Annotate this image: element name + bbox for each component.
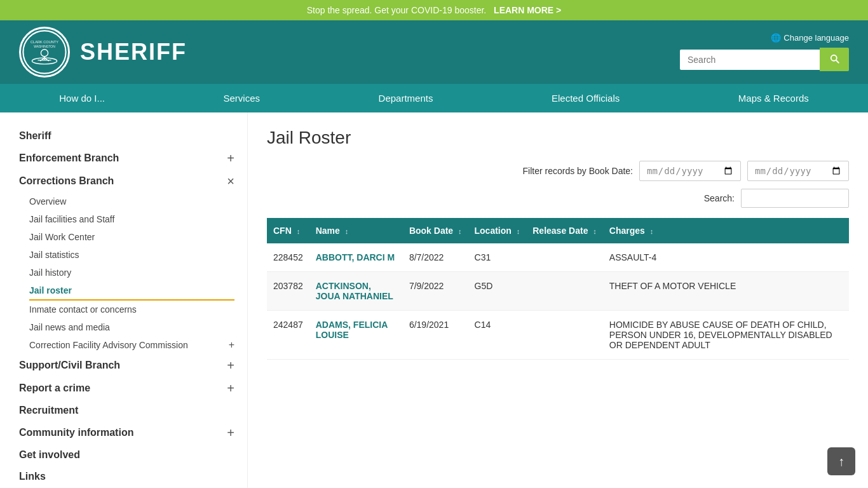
- change-language-label: Change language: [783, 33, 849, 43]
- sort-release-date-icon: ↕: [593, 227, 597, 235]
- sidebar-enforcement-label: Enforcement Branch: [19, 152, 119, 164]
- sort-book-date-icon: ↕: [458, 227, 462, 235]
- table-row: 242487ADAMS, FELICIA LOUISE6/19/2021C14H…: [267, 311, 849, 360]
- sidebar-report-label: Report a crime: [19, 383, 90, 394]
- page-title: Jail Roster: [267, 128, 849, 148]
- cell-name: ABBOTT, DARCI M: [309, 243, 403, 272]
- col-location[interactable]: Location ↕: [468, 218, 527, 243]
- cell-location: G5D: [468, 272, 527, 311]
- cell-charges: THEFT OF A MOTOR VEHICLE: [603, 272, 849, 311]
- sheriff-title: SHERIFF: [80, 39, 187, 65]
- covid-banner: Stop the spread. Get your COVID-19 boost…: [0, 0, 868, 20]
- covid-message: Stop the spread. Get your COVID-19 boost…: [307, 5, 486, 15]
- sidebar: Sheriff Enforcement Branch + Corrections…: [0, 112, 248, 488]
- sidebar-sub-facilities[interactable]: Jail facilities and Staff: [29, 210, 234, 228]
- header: CLARK COUNTY WASHINGTON SHERIFF 🌐 Change…: [0, 20, 868, 84]
- cell-release-date: [526, 243, 603, 272]
- col-charges[interactable]: Charges ↕: [603, 218, 849, 243]
- cell-cfn: 203782: [267, 272, 309, 311]
- main-content: Jail Roster Filter records by Book Date:…: [248, 112, 868, 488]
- change-language-button[interactable]: 🌐 Change language: [771, 33, 849, 43]
- sort-location-icon: ↕: [517, 227, 520, 235]
- table-body: 228452ABBOTT, DARCI M8/7/2022C31ASSAULT-…: [267, 243, 849, 360]
- filter-row: Filter records by Book Date:: [267, 161, 849, 181]
- header-search-bar: [680, 48, 849, 71]
- table-search-input[interactable]: [741, 189, 849, 208]
- nav-maps-records[interactable]: Maps & Records: [719, 84, 828, 112]
- cell-location: C14: [468, 311, 527, 360]
- sidebar-report-toggle[interactable]: +: [227, 382, 234, 395]
- sidebar-item-sheriff[interactable]: Sheriff: [19, 125, 234, 147]
- roster-table: CFN ↕ Name ↕ Book Date ↕ Location ↕: [267, 218, 849, 360]
- sidebar-sub-advisory-row: Correction Facility Advisory Commission …: [29, 336, 234, 354]
- filter-date-to[interactable]: [747, 161, 849, 181]
- logo-svg: CLARK COUNTY WASHINGTON: [22, 30, 67, 74]
- table-search-row: Search:: [267, 189, 849, 208]
- sidebar-support-toggle[interactable]: +: [227, 359, 234, 372]
- sidebar-sub-overview[interactable]: Overview: [29, 193, 234, 210]
- header-search-button[interactable]: [820, 48, 849, 71]
- sidebar-community-toggle[interactable]: +: [227, 426, 234, 439]
- sidebar-sub-news[interactable]: Jail news and media: [29, 318, 234, 336]
- sidebar-corrections-sub: Overview Jail facilities and Staff Jail …: [19, 193, 234, 354]
- sidebar-section-enforcement[interactable]: Enforcement Branch +: [19, 147, 234, 170]
- table-header-row: CFN ↕ Name ↕ Book Date ↕ Location ↕: [267, 218, 849, 243]
- nav-how-do-i[interactable]: How do I...: [40, 84, 124, 112]
- sidebar-community-label: Community information: [19, 427, 133, 438]
- cell-charges: ASSAULT-4: [603, 243, 849, 272]
- filter-date-from[interactable]: [639, 161, 741, 181]
- svg-text:CLARK COUNTY: CLARK COUNTY: [31, 40, 58, 44]
- sidebar-section-corrections[interactable]: Corrections Branch ×: [19, 170, 234, 193]
- nav-departments[interactable]: Departments: [360, 84, 452, 112]
- cell-name: ADAMS, FELICIA LOUISE: [309, 311, 403, 360]
- cell-cfn: 242487: [267, 311, 309, 360]
- cell-release-date: [526, 272, 603, 311]
- sidebar-item-recruitment[interactable]: Recruitment: [19, 400, 234, 421]
- search-icon: [829, 53, 840, 64]
- inmate-name-link[interactable]: ACTKINSON, JOUA NATHANIEL: [316, 281, 393, 301]
- filter-label: Filter records by Book Date:: [522, 166, 633, 176]
- sidebar-section-report[interactable]: Report a crime +: [19, 377, 234, 400]
- sort-cfn-icon: ↕: [297, 227, 301, 235]
- table-search-label: Search:: [704, 193, 735, 203]
- inmate-name-link[interactable]: ADAMS, FELICIA LOUISE: [316, 320, 388, 340]
- sidebar-sub-work-center[interactable]: Jail Work Center: [29, 228, 234, 246]
- sort-charges-icon: ↕: [650, 227, 654, 235]
- sidebar-sub-advisory-toggle[interactable]: +: [229, 340, 234, 350]
- nav-elected-officials[interactable]: Elected Officials: [532, 84, 639, 112]
- header-search-input[interactable]: [680, 50, 820, 70]
- svg-point-0: [23, 30, 65, 73]
- col-release-date[interactable]: Release Date ↕: [526, 218, 603, 243]
- sidebar-sub-history[interactable]: Jail history: [29, 264, 234, 281]
- main-layout: Sheriff Enforcement Branch + Corrections…: [0, 112, 868, 488]
- sidebar-corrections-toggle[interactable]: ×: [227, 175, 234, 187]
- logo: CLARK COUNTY WASHINGTON: [19, 27, 70, 78]
- sort-name-icon: ↕: [345, 227, 349, 235]
- inmate-name-link[interactable]: ABBOTT, DARCI M: [316, 252, 395, 262]
- sidebar-sub-roster[interactable]: Jail roster: [29, 281, 234, 301]
- sidebar-section-community[interactable]: Community information +: [19, 421, 234, 444]
- cell-location: C31: [468, 243, 527, 272]
- header-right: 🌐 Change language: [680, 33, 849, 71]
- sidebar-item-get-involved[interactable]: Get involved: [19, 444, 234, 466]
- covid-learn-more[interactable]: LEARN MORE >: [494, 5, 561, 15]
- table-row: 228452ABBOTT, DARCI M8/7/2022C31ASSAULT-…: [267, 243, 849, 272]
- sidebar-sub-advisory[interactable]: Correction Facility Advisory Commission: [29, 336, 188, 354]
- col-name[interactable]: Name ↕: [309, 218, 403, 243]
- globe-icon: 🌐: [771, 33, 781, 43]
- sidebar-section-support[interactable]: Support/Civil Branch +: [19, 354, 234, 377]
- sidebar-sub-contact[interactable]: Inmate contact or concerns: [29, 301, 234, 318]
- cell-charges: HOMICIDE BY ABUSE CAUSE OF DEATH OF CHIL…: [603, 311, 849, 360]
- col-book-date[interactable]: Book Date ↕: [403, 218, 468, 243]
- cell-release-date: [526, 311, 603, 360]
- main-nav: How do I... Services Departments Elected…: [0, 84, 868, 112]
- header-left: CLARK COUNTY WASHINGTON SHERIFF: [19, 27, 187, 78]
- sidebar-enforcement-toggle[interactable]: +: [227, 152, 234, 165]
- nav-services[interactable]: Services: [205, 84, 280, 112]
- cell-book-date: 6/19/2021: [403, 311, 468, 360]
- table-row: 203782ACTKINSON, JOUA NATHANIEL7/9/2022G…: [267, 272, 849, 311]
- sidebar-item-links[interactable]: Links: [19, 466, 234, 487]
- col-cfn[interactable]: CFN ↕: [267, 218, 309, 243]
- scroll-top-button[interactable]: ↑: [827, 447, 855, 475]
- sidebar-sub-statistics[interactable]: Jail statistics: [29, 246, 234, 264]
